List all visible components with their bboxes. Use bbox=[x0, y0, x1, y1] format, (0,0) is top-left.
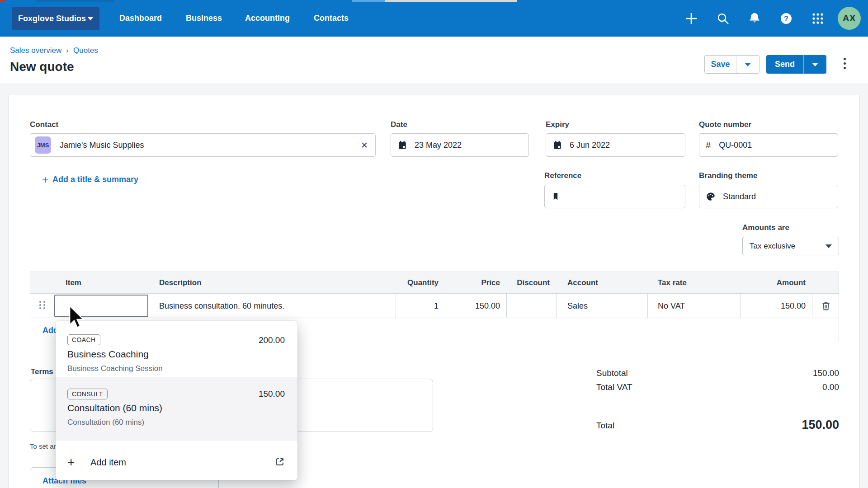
bookmark-icon bbox=[551, 192, 560, 201]
breadcrumb-separator: › bbox=[66, 46, 69, 55]
delete-row-trash-icon[interactable] bbox=[821, 300, 831, 311]
add-item-button[interactable]: + Add item bbox=[56, 443, 297, 480]
item-price: 150.00 bbox=[259, 389, 285, 399]
send-dropdown-toggle[interactable] bbox=[803, 55, 826, 74]
quote-number-label: Quote number bbox=[699, 120, 751, 129]
col-price: Price bbox=[445, 272, 500, 294]
terms-label: Terms bbox=[31, 367, 53, 376]
item-input[interactable] bbox=[54, 295, 148, 317]
avatar[interactable]: AX bbox=[838, 7, 861, 30]
subtotal-label: Subtotal bbox=[596, 368, 628, 378]
total-vat-value: 0.00 bbox=[822, 382, 839, 392]
nav-business[interactable]: Business bbox=[186, 0, 222, 37]
add-title-label: Add a title & summary bbox=[52, 175, 138, 184]
subtotal-value: 150.00 bbox=[813, 368, 839, 378]
contact-initials-chip: JMS bbox=[35, 136, 51, 154]
amounts-are-value: Tax exclusive bbox=[750, 242, 795, 251]
quote-number-value: QU-0001 bbox=[719, 141, 752, 150]
terms-note: To set ar bbox=[30, 442, 56, 450]
plus-icon[interactable] bbox=[684, 12, 698, 25]
item-name: Consultation (60 mins) bbox=[67, 403, 162, 413]
date-label: Date bbox=[391, 120, 407, 129]
hash-icon: # bbox=[706, 140, 711, 150]
chevron-down-icon bbox=[826, 244, 832, 248]
col-tax-rate: Tax rate bbox=[658, 272, 687, 294]
item-option-consult[interactable]: CONSULT 150.00 Consultation (60 mins) Co… bbox=[56, 377, 297, 441]
nav-contacts[interactable]: Contacts bbox=[314, 0, 349, 37]
cell-description[interactable]: Business consultation. 60 minutes. bbox=[159, 294, 284, 318]
cell-quantity[interactable]: 1 bbox=[396, 294, 439, 318]
save-dropdown-toggle[interactable] bbox=[736, 56, 759, 73]
line-item-row: Business consultation. 60 minutes. 1 150… bbox=[30, 294, 839, 318]
add-item-label: Add item bbox=[90, 457, 126, 468]
amounts-are-label: Amounts are bbox=[742, 223, 789, 232]
org-name: Foxglove Studios bbox=[18, 14, 86, 23]
help-icon[interactable]: ? bbox=[779, 12, 793, 25]
svg-text:?: ? bbox=[784, 15, 788, 23]
item-description: Business Coaching Session bbox=[67, 364, 163, 373]
col-quantity: Quantity bbox=[396, 272, 439, 294]
contact-value: Jamie's Music Supplies bbox=[60, 141, 144, 150]
calendar-icon bbox=[552, 140, 562, 150]
item-code-badge: COACH bbox=[67, 334, 100, 345]
send-button[interactable]: Send bbox=[766, 55, 826, 74]
total-value: 150.00 bbox=[802, 418, 839, 432]
amounts-are-dropdown[interactable]: Tax exclusive bbox=[742, 237, 839, 255]
save-label[interactable]: Save bbox=[705, 56, 736, 73]
nav-dashboard[interactable]: Dashboard bbox=[119, 0, 162, 37]
add-title-summary-link[interactable]: + Add a title & summary bbox=[42, 175, 138, 184]
item-description: Consultation (60 mins) bbox=[67, 418, 144, 427]
total-vat-label: Total VAT bbox=[596, 382, 632, 392]
col-account: Account bbox=[567, 272, 598, 294]
total-row: Total 150.00 bbox=[596, 421, 839, 431]
screen: Foxglove Studios Dashboard Business Acco… bbox=[0, 0, 868, 488]
quote-number-field[interactable]: # QU-0001 bbox=[699, 133, 838, 157]
date-value: 23 May 2022 bbox=[415, 141, 462, 150]
search-icon[interactable] bbox=[716, 12, 730, 25]
date-field[interactable]: 23 May 2022 bbox=[391, 133, 529, 157]
page-title: New quote bbox=[10, 60, 74, 74]
cell-price[interactable]: 150.00 bbox=[445, 294, 500, 318]
org-menu-button[interactable]: Foxglove Studios bbox=[12, 7, 99, 30]
palette-icon bbox=[706, 192, 716, 202]
send-label[interactable]: Send bbox=[766, 55, 803, 74]
expiry-label: Expiry bbox=[546, 120, 569, 129]
branding-theme-field[interactable]: Standard bbox=[699, 185, 838, 208]
contact-field[interactable]: JMS Jamie's Music Supplies ✕ bbox=[30, 133, 376, 157]
reference-label: Reference bbox=[544, 171, 581, 180]
apps-grid-icon[interactable] bbox=[811, 12, 825, 25]
branding-theme-value: Standard bbox=[723, 192, 756, 202]
chevron-down-icon bbox=[745, 63, 751, 66]
mouse-cursor bbox=[69, 305, 85, 328]
save-button[interactable]: Save bbox=[704, 55, 760, 74]
external-link-icon bbox=[275, 457, 285, 467]
col-description: Description bbox=[159, 272, 202, 294]
col-discount: Discount bbox=[506, 272, 550, 294]
nav-accounting[interactable]: Accounting bbox=[245, 0, 290, 37]
cell-discount[interactable] bbox=[506, 294, 550, 318]
plus-icon: + bbox=[42, 176, 48, 184]
notifications-bell-icon[interactable] bbox=[748, 12, 761, 25]
clear-contact-icon[interactable]: ✕ bbox=[361, 140, 368, 150]
cell-account[interactable]: Sales bbox=[567, 294, 588, 318]
artifact-red bbox=[0, 0, 5, 2]
branding-theme-label: Branding theme bbox=[699, 171, 757, 180]
reference-field[interactable] bbox=[544, 185, 685, 208]
total-vat-row: Total VAT 0.00 bbox=[596, 382, 839, 392]
calendar-icon bbox=[397, 140, 407, 150]
col-item: Item bbox=[66, 272, 81, 294]
item-name: Business Coaching bbox=[67, 349, 149, 360]
artifact-gray bbox=[385, 0, 517, 2]
cell-amount[interactable]: 150.00 bbox=[740, 294, 806, 318]
breadcrumb: Sales overview›Quotes bbox=[10, 46, 98, 55]
breadcrumb-quotes[interactable]: Quotes bbox=[73, 46, 98, 55]
more-options-kebab-icon[interactable] bbox=[844, 58, 846, 71]
avatar-initials: AX bbox=[843, 13, 856, 23]
drag-handle[interactable] bbox=[39, 301, 46, 309]
chevron-down-icon bbox=[87, 17, 94, 20]
expiry-field[interactable]: 6 Jun 2022 bbox=[546, 133, 685, 157]
artifact-lightblue bbox=[352, 0, 385, 2]
breadcrumb-sales-overview[interactable]: Sales overview bbox=[10, 46, 61, 55]
table-header-row: Item Description Quantity Price Discount… bbox=[30, 272, 839, 294]
cell-tax-rate[interactable]: No VAT bbox=[658, 294, 685, 318]
